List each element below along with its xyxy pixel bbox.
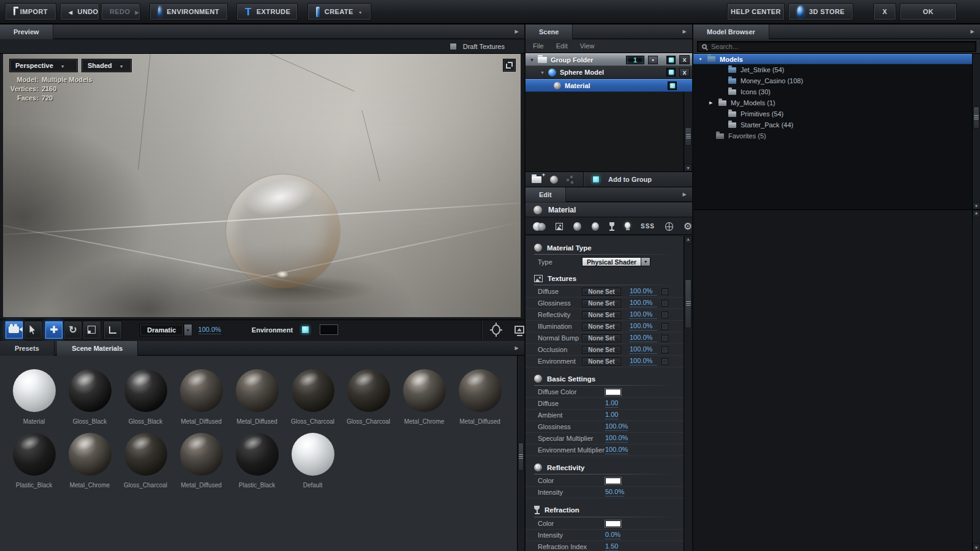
color-swatch[interactable] [605, 389, 621, 395]
color-swatch[interactable] [605, 520, 621, 527]
texture-map-button[interactable]: None Set [582, 346, 621, 354]
tab-scene-materials[interactable]: Scene Materials [57, 341, 138, 356]
materials-scrollbar[interactable] [517, 356, 524, 551]
draft-textures-checkbox[interactable] [450, 43, 457, 50]
texture-enable-checkbox[interactable] [662, 347, 668, 353]
texture-map-button[interactable]: None Set [582, 323, 621, 331]
material-thumbnail[interactable]: Material [6, 369, 62, 425]
new-group-icon[interactable] [532, 176, 541, 183]
shading-mode-dropdown[interactable]: Shaded [81, 59, 132, 72]
help-center-button[interactable]: HELP CENTER [727, 3, 785, 20]
material-thumbnail[interactable]: Metal_Diffused [173, 433, 229, 489]
texture-strength-value[interactable]: 100.0% [630, 357, 657, 365]
model-browser-item[interactable]: Icons (30) [693, 86, 972, 97]
property-value[interactable]: 0.0% [605, 531, 620, 539]
texture-strength-value[interactable]: 100.0% [630, 299, 657, 307]
texture-map-button[interactable]: None Set [582, 334, 621, 342]
texture-map-button[interactable]: None Set [582, 288, 621, 296]
illumination-icon[interactable] [625, 222, 630, 228]
shader-type-arrow[interactable] [641, 257, 650, 266]
model-browser-item[interactable]: Primitives (54) [693, 108, 972, 119]
axis-tool-button[interactable] [104, 321, 122, 339]
background-color-swatch[interactable] [320, 325, 337, 334]
model-preview-pane[interactable] [693, 209, 980, 551]
lighting-preset-arrow[interactable] [184, 324, 192, 336]
scene-row-group-folder[interactable]: Group Folder 1 X [526, 53, 692, 66]
property-value[interactable]: 50.0% [605, 488, 624, 497]
texture-strength-value[interactable]: 100.0% [630, 345, 657, 354]
scene-tree-area[interactable] [526, 92, 692, 171]
textures-icon[interactable] [556, 223, 564, 230]
tab-scene[interactable]: Scene [526, 24, 573, 39]
fullscreen-icon[interactable] [503, 59, 516, 72]
texture-strength-value[interactable]: 100.0% [630, 322, 657, 331]
material-thumbnail[interactable]: Gloss_Charcoal [118, 433, 173, 489]
scatter-icon[interactable] [567, 176, 575, 184]
material-type-icon[interactable] [533, 222, 545, 231]
create-button[interactable]: CREATE [307, 3, 371, 20]
move-tool-button[interactable] [45, 321, 63, 339]
material-thumbnail[interactable]: Plastic_Black [229, 433, 285, 489]
output-monitor-icon[interactable] [514, 326, 524, 334]
cancel-button[interactable]: X [873, 3, 896, 20]
browser-scrollbar[interactable] [972, 54, 980, 209]
material-thumbnail[interactable]: Metal_Diffused [173, 369, 229, 425]
scale-tool-button[interactable] [83, 321, 101, 339]
menu-item[interactable]: File [533, 42, 544, 50]
scroll-down-button[interactable] [684, 164, 692, 171]
extrude-button[interactable]: T EXTRUDE [236, 3, 298, 20]
tab-preview[interactable]: Preview [0, 24, 53, 39]
model-delete-button[interactable]: X [679, 68, 690, 77]
material-thumbnail[interactable]: Metal_Diffused [452, 369, 508, 425]
scroll-up-button[interactable] [973, 210, 980, 217]
gear-icon[interactable] [684, 221, 692, 232]
property-value[interactable]: 1.00 [605, 399, 618, 408]
sss-icon[interactable]: SSS [641, 223, 655, 230]
panel-collapse-arrow[interactable] [512, 344, 521, 353]
group-visibility-checkbox[interactable] [666, 56, 676, 64]
property-value[interactable]: 100.0% [605, 446, 628, 454]
panel-collapse-arrow[interactable] [680, 28, 689, 36]
scrollbar-handle[interactable] [685, 279, 692, 328]
material-thumbnail[interactable]: Gloss_Black [62, 369, 118, 425]
texture-enable-checkbox[interactable] [662, 358, 668, 365]
scroll-up-button[interactable] [684, 236, 692, 244]
texture-enable-checkbox[interactable] [662, 312, 668, 318]
material-thumbnail[interactable]: Metal_Chrome [62, 433, 118, 489]
ok-button[interactable]: OK [900, 3, 957, 20]
scrollbar-handle[interactable] [518, 443, 524, 471]
expand-arrow-icon[interactable]: ▼ [698, 57, 703, 61]
material-thumbnail[interactable]: Metal_Chrome [396, 369, 452, 425]
material-thumbnail[interactable]: Gloss_Charcoal [285, 369, 341, 425]
texture-enable-checkbox[interactable] [662, 288, 668, 295]
refraction-icon[interactable] [609, 222, 614, 227]
basic-settings-icon[interactable] [573, 222, 581, 231]
texture-strength-value[interactable]: 100.0% [630, 287, 657, 296]
expand-arrow-icon[interactable]: ▶ [709, 100, 714, 105]
material-thumbnail[interactable]: Gloss_Charcoal [341, 369, 396, 425]
color-swatch[interactable] [605, 478, 621, 484]
select-tool-button[interactable] [24, 321, 42, 339]
texture-map-button[interactable]: None Set [582, 358, 621, 365]
add-to-group-checkbox[interactable] [592, 176, 600, 183]
texture-enable-checkbox[interactable] [662, 335, 668, 342]
texture-enable-checkbox[interactable] [662, 323, 668, 330]
rotate-tool-button[interactable] [64, 321, 82, 339]
group-count-field[interactable]: 1 [626, 56, 644, 64]
3d-store-button[interactable]: 3D STORE [788, 3, 853, 20]
texture-strength-value[interactable]: 100.0% [630, 310, 657, 319]
texture-enable-checkbox[interactable] [662, 300, 668, 307]
scroll-down-button[interactable] [973, 202, 980, 209]
scene-row-material[interactable]: Material [526, 79, 692, 92]
expand-arrow-icon[interactable] [530, 57, 534, 62]
menu-item[interactable]: Edit [556, 42, 568, 50]
preview-pane-scrollbar[interactable] [972, 210, 980, 551]
material-thumbnail[interactable]: Metal_Diffused [229, 369, 285, 425]
lighting-preset-dropdown[interactable]: Dramatic [140, 324, 184, 336]
scene-scrollbar[interactable] [684, 92, 692, 171]
reflectivity-icon[interactable] [592, 222, 599, 231]
model-browser-item[interactable]: Jet_Strike (54) [693, 64, 972, 75]
material-thumbnail[interactable]: Plastic_Black [6, 433, 62, 489]
import-button[interactable]: IMPORT [5, 3, 56, 20]
new-material-icon[interactable] [550, 176, 558, 184]
